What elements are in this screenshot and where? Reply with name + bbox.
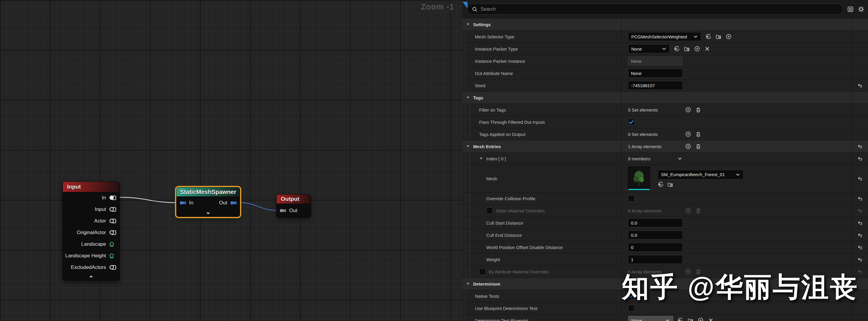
asset-dropdown[interactable]: SM_EuropeanBeech_Forest_01 [658,170,744,179]
graph-wire [240,203,276,210]
browse-button[interactable] [687,317,693,321]
property-value [621,116,852,128]
property-label: Weight [462,253,621,265]
plus-button[interactable] [685,107,691,113]
pin-label: Landscape [81,241,106,247]
property-label: Seed [462,79,621,91]
collapse-triangle-icon[interactable] [466,22,470,27]
dropdown-selected-value: None [631,46,642,51]
pin-label: OriginalActor [77,230,106,236]
plus-button[interactable] [685,143,691,149]
node-collapse-up-icon[interactable] [63,273,119,280]
indent-guide [470,116,470,128]
pin-originalactor[interactable]: OriginalActor [63,227,119,238]
trash-button[interactable] [695,143,701,149]
plus-button[interactable] [685,131,691,137]
use-button[interactable] [658,181,664,187]
use-button[interactable] [705,34,711,40]
reset-to-default-button[interactable] [857,220,863,226]
search-input[interactable]: Search [467,4,843,14]
indent-guide [465,266,466,278]
collapse-triangle-icon[interactable] [466,144,470,148]
use-button[interactable] [677,317,683,321]
indent-guide [470,229,470,241]
gear-icon[interactable] [858,6,864,12]
plus-button[interactable] [694,46,700,52]
category-tags[interactable]: Tags [462,92,868,104]
trash-button[interactable] [695,131,701,137]
collapse-triangle-icon[interactable] [479,156,483,160]
pcg-graph-canvas[interactable]: InputInInputActorOriginalActorLandscapeL… [0,0,463,321]
property-label: Override Collision Profile [462,192,621,204]
value-checkbox[interactable] [628,195,634,202]
property-label: Use Blueprint Determinism Test [462,302,621,314]
pin-in-in[interactable]: In [179,200,193,206]
value-field[interactable]: 0.0 [628,230,683,240]
category-mesh-entries[interactable]: Mesh Entries1 Array elements [462,140,868,153]
node-collapse-down-icon[interactable] [177,209,240,217]
value-field[interactable]: None [628,69,683,78]
value-checkbox[interactable] [628,305,634,312]
value-dropdown[interactable]: PCGMeshSelectorWeighted [628,32,701,41]
indent-guide [465,104,466,116]
reset-to-default-button[interactable] [857,143,863,149]
value-dropdown[interactable]: None [628,44,670,53]
value-checkbox[interactable] [628,119,634,125]
value-field[interactable]: 0.0 [628,218,683,227]
reset-to-default-button[interactable] [857,176,863,181]
category-value [621,92,852,104]
property-row-out-attribute-name: Out Attribute NameNone [462,67,868,79]
elements-count: 0 Array elements [628,208,681,213]
chevron-down-icon [692,34,699,40]
browse-button[interactable] [684,46,690,52]
pin-out-out[interactable]: Out [219,200,237,206]
value-field[interactable]: -745188107 [628,81,683,90]
indent-guide [470,192,470,204]
indent-guide [465,67,466,79]
clear-button[interactable] [704,46,710,52]
value-field[interactable]: 1 [628,255,683,264]
clear-button[interactable] [708,317,714,321]
pin-landscape[interactable]: Landscape [63,238,119,250]
staticmeshspawner-node[interactable]: StaticMeshSpawnerInOut [176,187,240,217]
reset-to-default-button[interactable] [857,256,863,262]
chevron-down-icon[interactable] [677,155,683,162]
pin-input[interactable]: Input [63,204,119,215]
browse-button[interactable] [667,181,673,187]
pin-in[interactable]: In [63,192,119,204]
value-text: None [631,59,642,64]
edit-condition-checkbox[interactable] [479,269,486,275]
value-field[interactable]: 0 [628,243,683,252]
plus-button[interactable] [685,208,691,214]
pin-landscape-height[interactable]: Landscape Height [63,250,119,261]
display-settings-icon[interactable] [847,6,854,12]
input-node[interactable]: InputInInputActorOriginalActorLandscapeL… [63,181,120,281]
asset-actions [658,181,744,187]
collapse-triangle-icon[interactable] [466,96,470,100]
category-settings[interactable]: Settings [462,19,868,31]
reset-to-default-button[interactable] [857,244,863,250]
pin-out-in[interactable]: Out [279,208,297,214]
reset-cell [852,192,868,204]
reset-to-default-button[interactable] [857,208,863,214]
value-dropdown[interactable]: None [628,316,673,321]
plus-button[interactable] [698,317,704,321]
browse-button[interactable] [716,34,721,40]
use-button[interactable] [674,46,680,52]
output-node[interactable]: OutputOut [276,194,311,217]
trash-button[interactable] [695,208,701,214]
pin-excludedactors[interactable]: ExcludedActors [63,261,119,273]
reset-to-default-button[interactable] [857,155,863,162]
pin-actor[interactable]: Actor [63,215,119,227]
indent-guide [470,217,470,229]
property-label: Static Material Overrides [462,205,621,217]
collapse-triangle-icon[interactable] [466,282,470,286]
plus-button[interactable] [726,34,732,40]
reset-to-default-button[interactable] [857,195,863,202]
reset-to-default-button[interactable] [857,232,863,238]
property-value: 0.0 [621,217,852,229]
edit-condition-checkbox[interactable] [486,207,493,214]
reset-to-default-button[interactable] [857,82,863,88]
mesh-thumbnail[interactable] [628,167,650,190]
trash-button[interactable] [695,107,701,113]
